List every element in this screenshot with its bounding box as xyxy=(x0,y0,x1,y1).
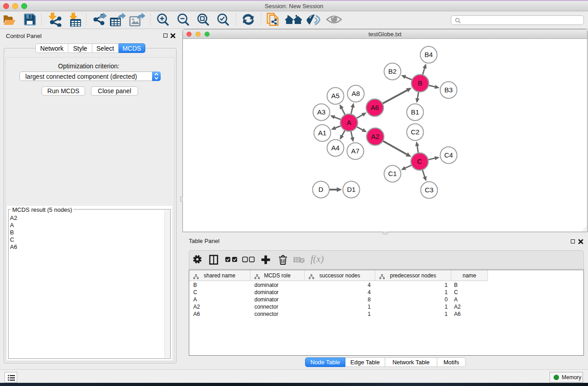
svg-text:A4: A4 xyxy=(331,144,339,152)
svg-text:B2: B2 xyxy=(388,67,397,75)
svg-text:A2: A2 xyxy=(371,133,379,140)
svg-text:B4: B4 xyxy=(425,51,433,58)
svg-text:B: B xyxy=(418,79,422,87)
svg-text:A3: A3 xyxy=(317,108,325,116)
svg-text:A1: A1 xyxy=(318,129,326,137)
svg-text:A6: A6 xyxy=(371,104,379,111)
svg-text:D1: D1 xyxy=(347,186,355,193)
svg-text:C1: C1 xyxy=(388,170,397,177)
svg-text:C: C xyxy=(417,157,422,165)
svg-text:B1: B1 xyxy=(411,108,419,116)
svg-text:A: A xyxy=(347,119,351,126)
svg-text:D: D xyxy=(319,186,324,193)
svg-text:A5: A5 xyxy=(331,92,339,100)
svg-text:B3: B3 xyxy=(445,86,453,94)
svg-text:A7: A7 xyxy=(351,147,359,155)
svg-text:C2: C2 xyxy=(411,128,419,136)
svg-text:A8: A8 xyxy=(352,90,360,97)
svg-text:C3: C3 xyxy=(425,186,433,194)
svg-text:C4: C4 xyxy=(444,151,453,159)
